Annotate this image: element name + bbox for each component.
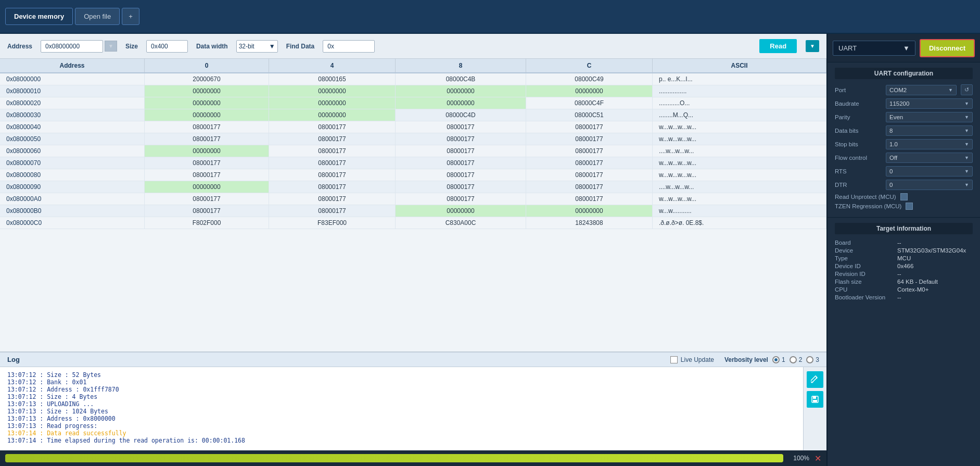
table-cell: 08000177 (395, 121, 526, 133)
data-width-value: 32-bit (239, 43, 254, 50)
table-cell: w...w...w...w... (652, 157, 826, 169)
table-cell: 08000177 (145, 121, 269, 133)
log-save-button[interactable] (807, 391, 823, 408)
baudrate-row: Baudrate 115200 ▼ (835, 98, 973, 109)
address-label: Address (7, 43, 32, 50)
log-title: Log (7, 356, 20, 363)
table-cell: 08000177 (526, 145, 652, 157)
table-cell: ....w...w...w... (652, 145, 826, 157)
log-clear-button[interactable] (807, 371, 823, 388)
table-cell: 08000177 (269, 181, 395, 193)
table-cell: 00000000 (145, 145, 269, 157)
flow-control-row: Flow control Off ▼ (835, 153, 973, 163)
table-cell: 08000177 (395, 145, 526, 157)
table-header-row: Address 0 4 8 C ASCII (0, 59, 826, 73)
dtr-value: 0 (889, 182, 893, 188)
bootloader-label: Bootloader Version (835, 294, 897, 300)
log-entry: 13:07:14 : Time elapsed during the read … (7, 437, 796, 444)
table-cell: 08000177 (395, 157, 526, 169)
log-action-btns (803, 367, 826, 450)
tab-open-file[interactable]: Open file (75, 8, 120, 25)
table-cell: ............O... (652, 97, 826, 109)
address-dropdown-arrow[interactable]: ▼ (105, 41, 117, 52)
log-entry: 13:07:12 : Size : 52 Bytes (7, 371, 796, 379)
table-cell: 08000177 (269, 133, 395, 145)
address-input[interactable] (41, 40, 103, 53)
dtr-select[interactable]: 0 ▼ (886, 180, 973, 190)
tab-plus[interactable]: + (122, 8, 139, 25)
parity-row: Parity Even ▼ (835, 112, 973, 122)
table-cell: w...w...w...w... (652, 121, 826, 133)
toolbar: Address ▼ Size Data width 32-bit ▼ Find … (0, 34, 826, 59)
find-data-input[interactable] (323, 40, 375, 53)
table-cell: 08000177 (269, 121, 395, 133)
size-input[interactable] (146, 40, 188, 53)
live-update-checkbox[interactable] (670, 356, 678, 363)
table-row: 0x08000060000000000800017708000177080001… (0, 145, 826, 157)
target-info-section: Target information Board -- Device STM32… (828, 218, 980, 466)
table-cell: w...w...w...w... (652, 169, 826, 181)
live-update-label: Live Update (681, 356, 714, 363)
table-cell: 08000C4B (395, 73, 526, 85)
tab-device-memory[interactable]: Device memory (5, 8, 73, 25)
data-width-dropdown[interactable]: 32-bit ▼ (236, 40, 278, 53)
log-section: Log Live Update Verbosity level 1 2 (0, 351, 826, 466)
tzen-regression-checkbox[interactable] (906, 203, 913, 210)
stop-bits-value: 1.0 (889, 141, 898, 147)
verbosity-1[interactable]: 1 (772, 356, 785, 363)
read-dropdown-arrow[interactable]: ▼ (806, 40, 819, 52)
cpu-label: CPU (835, 286, 897, 293)
verbosity-2-radio[interactable] (790, 356, 797, 363)
progress-bar-inner (5, 454, 783, 462)
stop-bits-arrow-icon: ▼ (964, 142, 969, 147)
port-refresh-button[interactable]: ↺ (961, 84, 973, 95)
read-button[interactable]: Read (759, 39, 797, 53)
rts-label: RTS (835, 168, 882, 174)
stop-bits-select[interactable]: 1.0 ▼ (886, 139, 973, 149)
col-header-4: 4 (269, 59, 395, 73)
table-cell: 0x08000080 (0, 169, 145, 181)
verbosity-1-label: 1 (782, 356, 785, 363)
baudrate-value: 115200 (889, 100, 909, 107)
log-entry: 13:07:14 : Data read successfully (7, 430, 796, 437)
progress-close-icon[interactable]: ✕ (814, 454, 821, 463)
device-id-label: Device ID (835, 263, 897, 269)
baudrate-select[interactable]: 115200 ▼ (886, 98, 973, 109)
table-cell: 08000177 (395, 133, 526, 145)
flash-size-label: Flash size (835, 279, 897, 285)
verbosity-2-label: 2 (799, 356, 803, 363)
table-cell: ....w...w...w... (652, 181, 826, 193)
table-cell: 08000177 (269, 145, 395, 157)
verbosity-3-radio[interactable] (806, 356, 813, 363)
verbosity-3[interactable]: 3 (806, 356, 819, 363)
verbosity-2[interactable]: 2 (790, 356, 803, 363)
table-cell: 08000177 (269, 205, 395, 217)
read-unprotect-checkbox[interactable] (900, 193, 908, 200)
rts-value: 0 (889, 168, 893, 174)
table-cell: F83EF000 (269, 217, 395, 229)
device-label: Device (835, 247, 897, 254)
log-header: Log Live Update Verbosity level 1 2 (0, 352, 826, 367)
col-header-address: Address (0, 59, 145, 73)
flow-control-select[interactable]: Off ▼ (886, 153, 973, 163)
table-cell: 08000177 (269, 157, 395, 169)
table-cell: 08000177 (145, 169, 269, 181)
verbosity-1-radio[interactable] (772, 356, 780, 363)
table-cell: 08000C4F (526, 97, 652, 109)
port-select[interactable]: COM2 ▼ (886, 85, 957, 95)
disconnect-button[interactable]: Disconnect (920, 39, 975, 57)
table-cell: 08000177 (145, 157, 269, 169)
table-row: 0x08000000200006700800016508000C4B08000C… (0, 73, 826, 85)
table-cell: F802F000 (145, 217, 269, 229)
table-cell: 08000177 (526, 181, 652, 193)
parity-select[interactable]: Even ▼ (886, 112, 973, 122)
uart-dropdown[interactable]: UART ▼ (833, 41, 915, 56)
rts-select[interactable]: 0 ▼ (886, 166, 973, 177)
col-header-ascii: ASCII (652, 59, 826, 73)
log-entry: 13:07:12 : Address : 0x1fff7870 (7, 386, 796, 393)
data-bits-select[interactable]: 8 ▼ (886, 125, 973, 136)
stop-bits-label: Stop bits (835, 141, 882, 147)
table-cell: ........M...Q... (652, 109, 826, 121)
table-cell: 00000000 (145, 85, 269, 97)
table-cell: 0x08000070 (0, 157, 145, 169)
